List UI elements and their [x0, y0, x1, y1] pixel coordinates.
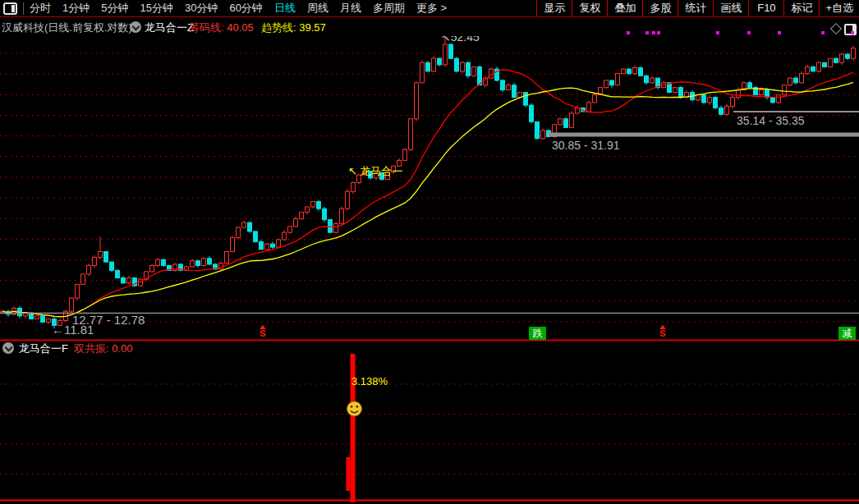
magenta-dot	[652, 31, 655, 34]
gap-level-30-label: 30.85 - 31.91	[552, 139, 620, 152]
toolbar-button[interactable]: 显示	[536, 0, 572, 16]
trading-app: 分时1分钟5分钟15分钟30分钟60分钟日线周线月线多周期更多 > 显示复权叠加…	[0, 0, 859, 504]
period-tab[interactable]: 30分钟	[185, 1, 218, 16]
chevron-down-icon[interactable]	[130, 21, 141, 33]
toolbar-button[interactable]: +自选	[819, 0, 859, 16]
toolbar-divider	[23, 2, 24, 15]
toolbar-button[interactable]: 叠加	[607, 0, 642, 16]
toolbar-button-group: 显示复权叠加多股统计画线F10标记+自选	[536, 0, 859, 16]
period-tab[interactable]: 1分钟	[62, 1, 90, 16]
low-price-annotation: ←11.81	[52, 323, 94, 337]
toolbar-button[interactable]: 多股	[642, 0, 678, 16]
magenta-dot	[778, 31, 781, 34]
info-bar: 汉威科技(日线.前复权.对数) 龙马合一Z 筹码线: 40.05 趋势线: 39…	[0, 17, 859, 36]
magenta-dot	[627, 31, 630, 34]
magenta-dot	[747, 31, 751, 34]
main-indicator-name: 龙马合一Z	[145, 21, 194, 35]
candlestick-chart[interactable]	[0, 0, 859, 504]
period-tab[interactable]: 15分钟	[140, 1, 172, 16]
sell-signal-marker: S	[657, 325, 668, 337]
toolbar-button[interactable]: F10	[748, 0, 783, 16]
toolbar-button[interactable]: 复权	[572, 0, 607, 16]
top-toolbar: 分时1分钟5分钟15分钟30分钟60分钟日线周线月线多周期更多 > 显示复权叠加…	[0, 0, 859, 17]
diamond-icon[interactable]	[830, 23, 842, 34]
up-left-arrow-icon: ↖	[348, 165, 357, 177]
period-tab[interactable]: 周线	[307, 1, 328, 16]
period-tab[interactable]: 日线	[274, 1, 296, 16]
fall-badge: 跌	[529, 327, 546, 340]
period-tab[interactable]: 5分钟	[101, 1, 128, 16]
sell-signal-marker: S	[257, 325, 269, 337]
magenta-dot	[821, 31, 825, 34]
toolbar-button[interactable]: 标记	[783, 0, 819, 16]
resonance-value: 双共振: 0.00	[74, 341, 133, 356]
reduce-badge: 减	[838, 327, 856, 340]
left-arrow-icon: ←	[52, 323, 64, 337]
magenta-dot	[851, 31, 854, 34]
chevron-down-icon[interactable]	[2, 342, 14, 354]
spike-percent-label: 3.138%	[351, 375, 388, 387]
trend-line-value: 趋势线: 39.57	[261, 21, 326, 35]
buy-signal-annotation: ↖ 龙马合一	[348, 164, 403, 179]
window-split-icon[interactable]	[3, 2, 17, 15]
magenta-dot	[645, 31, 649, 34]
period-tab[interactable]: 分时	[30, 1, 51, 16]
gap-level-35-label: 35.14 - 35.35	[737, 114, 805, 127]
sub-indicator-name: 龙马合一F	[19, 341, 68, 356]
toolbar-button[interactable]: 画线	[713, 0, 748, 16]
sub-panel-header: 龙马合一F 双共振: 0.00	[0, 341, 859, 355]
toolbar-button[interactable]: 统计	[678, 0, 713, 16]
period-tab[interactable]: 更多 >	[416, 1, 447, 16]
magenta-dot	[716, 31, 719, 34]
period-tab[interactable]: 60分钟	[229, 1, 262, 16]
period-tab[interactable]: 月线	[340, 1, 361, 16]
chouma-line-value: 筹码线: 40.05	[189, 21, 254, 35]
period-tab[interactable]: 多周期	[373, 1, 405, 16]
stock-title: 汉威科技(日线.前复权.对数)	[2, 21, 132, 35]
magenta-dot	[657, 31, 660, 34]
period-menu: 分时1分钟5分钟15分钟30分钟60分钟日线周线月线多周期更多 >	[30, 0, 458, 16]
